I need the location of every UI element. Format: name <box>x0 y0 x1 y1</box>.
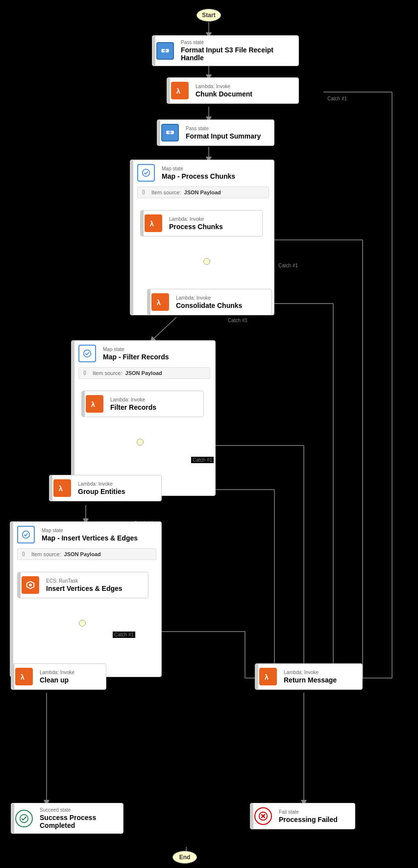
chunk-document-node: λ Lambda: Invoke Chunk Document <box>167 77 299 104</box>
format-s3-title: Format Input S3 File Receipt Handle <box>181 46 294 62</box>
lambda-icon-process: λ <box>145 214 162 232</box>
chunk-title: Chunk Document <box>196 90 252 98</box>
svg-text:{}: {} <box>22 552 25 556</box>
map-insert-item-source: {} Item source: JSON Payload <box>17 548 156 560</box>
succeed-type: Succeed state <box>40 807 118 813</box>
consolidate-type: Lambda: Invoke <box>176 295 242 301</box>
catch-label-1: Catch #1 <box>326 95 348 102</box>
lambda-icon-group: λ <box>53 479 71 497</box>
svg-line-7 <box>152 317 176 340</box>
format-summary-title: Format Input Summary <box>186 132 261 140</box>
return-message-node: λ Lambda: Invoke Return Message <box>255 663 363 690</box>
lambda-icon-filter: λ <box>86 395 103 413</box>
cleanup-title: Clean up <box>40 676 74 684</box>
map-process-connector <box>203 258 210 265</box>
svg-text:λ: λ <box>150 220 154 228</box>
catch-label-3: Catch #1 <box>226 317 249 324</box>
map-filter-type: Map state <box>103 347 169 352</box>
cleanup-type: Lambda: Invoke <box>40 670 74 675</box>
process-chunks-node: λ Lambda: Invoke Process Chunks <box>140 210 263 236</box>
fail-node: Fail state Processing Failed <box>250 803 355 829</box>
map-filter-title: Map - Filter Records <box>103 353 169 361</box>
end-label: End <box>179 854 191 861</box>
filter-records-node: λ Lambda: Invoke Filter Records <box>81 391 204 417</box>
map-filter-item-source: {} Item source: JSON Payload <box>78 367 210 379</box>
pass-state-icon <box>156 42 174 60</box>
return-message-title: Return Message <box>284 676 337 684</box>
svg-text:λ: λ <box>265 673 269 681</box>
format-summary-node: Pass state Format Input Summary <box>157 119 274 146</box>
group-entities-node: λ Lambda: Invoke Group Entities <box>49 475 162 501</box>
group-entities-type: Lambda: Invoke <box>78 481 125 487</box>
format-summary-type: Pass state <box>186 126 261 131</box>
process-chunks-title: Process Chunks <box>169 223 223 231</box>
map-icon-filter <box>78 345 96 362</box>
return-message-type: Lambda: Invoke <box>284 670 337 675</box>
fail-title: Processing Failed <box>279 816 338 823</box>
insert-vertices-title: Insert Vertices & Edges <box>46 585 123 592</box>
map-process-type: Map state <box>162 166 235 171</box>
succeed-node: Succeed state Success Process Completed <box>11 803 123 834</box>
lambda-icon-chunk: λ <box>171 82 189 99</box>
map-insert-connector <box>79 620 86 627</box>
chunk-type: Lambda: Invoke <box>196 84 252 89</box>
fail-type: Fail state <box>279 809 338 815</box>
clean-up-node: λ Lambda: Invoke Clean up <box>11 663 106 690</box>
map-filter-connector <box>137 439 144 446</box>
filter-records-title: Filter Records <box>110 403 156 411</box>
lambda-icon-return: λ <box>259 668 277 685</box>
map-icon-insert <box>17 526 35 543</box>
insert-vertices-type: ECS: RunTask <box>46 578 123 584</box>
svg-text:λ: λ <box>21 673 25 681</box>
filter-records-type: Lambda: Invoke <box>110 397 156 402</box>
consolidate-chunks-node: λ Lambda: Invoke Consolidate Chunks <box>147 289 272 315</box>
start-oval: Start <box>197 9 221 22</box>
start-label: Start <box>202 12 215 19</box>
catch-label-2: Catch #1 <box>277 262 299 269</box>
map-process-item-source: {} Item source: JSON Payload <box>137 187 269 198</box>
svg-text:{}: {} <box>142 190 145 194</box>
end-oval: End <box>172 851 197 864</box>
map-icon-process <box>137 164 155 182</box>
succeed-title: Success Process Completed <box>40 814 118 829</box>
lambda-icon-cleanup: λ <box>15 668 33 685</box>
svg-text:λ: λ <box>59 485 63 493</box>
svg-text:λ: λ <box>91 400 95 408</box>
svg-point-48 <box>84 350 91 357</box>
process-chunks-type: Lambda: Invoke <box>169 216 223 222</box>
catch-label-6: Catch #1 <box>113 632 135 638</box>
map-process-title: Map - Process Chunks <box>162 172 235 180</box>
map-insert-container: Map state Map - Insert Vertices & Edges … <box>10 521 162 677</box>
map-insert-type: Map state <box>42 528 138 533</box>
map-filter-records-container: Map state Map - Filter Records {} Item s… <box>71 340 216 496</box>
svg-point-55 <box>29 584 32 586</box>
svg-text:{}: {} <box>83 371 86 375</box>
pass-state-icon-2 <box>161 124 179 141</box>
catch-label-4: Catch #1 <box>191 457 214 463</box>
group-entities-title: Group Entities <box>78 488 125 495</box>
lambda-icon-consolidate: λ <box>151 293 169 311</box>
fail-icon <box>254 807 272 825</box>
svg-text:λ: λ <box>176 87 180 95</box>
insert-vertices-node: ECS: RunTask Insert Vertices & Edges <box>17 572 148 598</box>
format-s3-type: Pass state <box>181 40 294 45</box>
diagram-container: Start Pass state Format Input S3 File Re… <box>0 0 418 868</box>
ecs-icon-insert <box>22 576 39 594</box>
consolidate-title: Consolidate Chunks <box>176 302 242 309</box>
map-insert-title: Map - Insert Vertices & Edges <box>42 534 138 542</box>
svg-point-44 <box>143 169 150 177</box>
format-input-s3-node: Pass state Format Input S3 File Receipt … <box>152 35 299 66</box>
succeed-icon <box>15 810 33 827</box>
svg-text:λ: λ <box>157 299 161 306</box>
svg-point-52 <box>23 531 30 539</box>
